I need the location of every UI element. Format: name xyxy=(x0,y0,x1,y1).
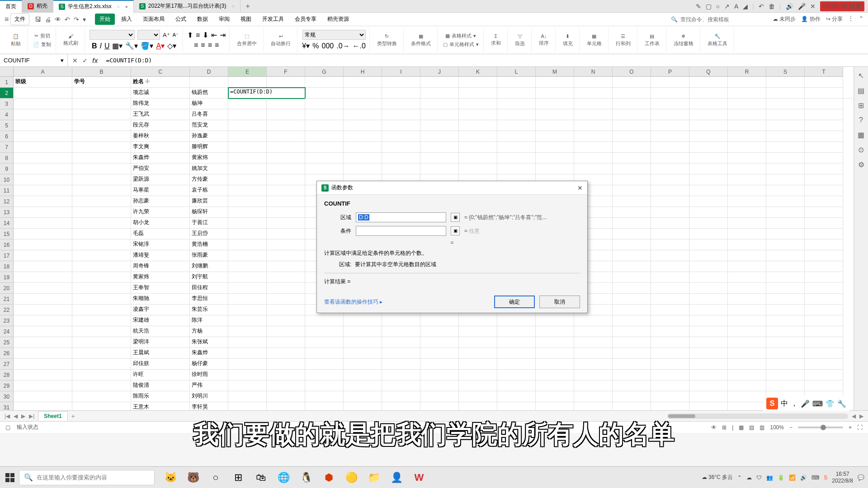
cell[interactable] xyxy=(728,218,766,229)
cell[interactable] xyxy=(497,326,536,337)
rowcol-button[interactable]: ☰行和列 xyxy=(613,33,633,47)
menu-tab-formula[interactable]: 公式 xyxy=(171,14,191,25)
cell[interactable] xyxy=(613,370,651,380)
style-panel-icon[interactable]: ▤ xyxy=(858,86,864,95)
cell[interactable] xyxy=(14,402,72,410)
menu-tab-start[interactable]: 开始 xyxy=(95,14,115,25)
row-header[interactable]: 15 xyxy=(0,229,14,239)
circle-icon[interactable]: ○ xyxy=(716,3,720,10)
param-criteria-picker-icon[interactable]: ▣ xyxy=(451,226,460,235)
cell[interactable] xyxy=(766,131,805,142)
dialog-close-icon[interactable]: ✕ xyxy=(577,184,583,192)
cell[interactable] xyxy=(613,250,651,261)
cell[interactable] xyxy=(766,326,805,337)
cell[interactable] xyxy=(267,272,305,283)
cell[interactable] xyxy=(574,109,613,120)
qat-dropdown-icon[interactable]: ▾ xyxy=(83,16,86,23)
cell[interactable]: 王意木 xyxy=(131,402,190,410)
status-settings-icon[interactable]: ▢ xyxy=(5,424,10,431)
cell[interactable] xyxy=(420,348,459,359)
cell[interactable] xyxy=(72,380,131,391)
cell[interactable] xyxy=(420,337,459,348)
cell[interactable] xyxy=(14,153,72,164)
cell[interactable] xyxy=(651,153,689,164)
cell[interactable] xyxy=(305,326,344,337)
taskbar-explorer-icon[interactable]: 📁 xyxy=(364,468,383,487)
cell[interactable] xyxy=(766,272,805,283)
cell[interactable] xyxy=(728,348,766,359)
cell[interactable] xyxy=(651,348,689,359)
cell[interactable] xyxy=(382,380,420,391)
row-header[interactable]: 23 xyxy=(0,315,14,326)
cell[interactable] xyxy=(574,402,613,410)
cell[interactable] xyxy=(497,77,536,88)
cell[interactable] xyxy=(536,164,574,174)
cell[interactable] xyxy=(267,391,305,402)
cell[interactable] xyxy=(305,88,344,99)
cell[interactable] xyxy=(228,250,267,261)
taskbar-search-input[interactable] xyxy=(37,474,150,481)
row-header[interactable]: 16 xyxy=(0,239,14,250)
row-header[interactable]: 28 xyxy=(0,370,14,380)
taskbar-wps-icon[interactable]: W xyxy=(410,468,429,487)
cell[interactable] xyxy=(72,174,131,185)
clear-format-button[interactable]: ◇▾ xyxy=(167,42,176,50)
align-top-icon[interactable]: ⬆ xyxy=(187,31,193,39)
cell[interactable]: 周奇锋 xyxy=(131,261,190,272)
view-normal-icon[interactable]: ▦ xyxy=(739,424,744,431)
taskbar-search[interactable]: 🔍 xyxy=(19,470,155,485)
zoom-in-icon[interactable]: + xyxy=(849,424,852,431)
cell[interactable]: 杨仔豪 xyxy=(190,359,228,370)
cell[interactable] xyxy=(228,77,267,88)
cell[interactable] xyxy=(14,315,72,326)
cell[interactable] xyxy=(805,370,843,380)
cell[interactable] xyxy=(14,185,72,196)
cell[interactable] xyxy=(14,164,72,174)
cell[interactable] xyxy=(651,239,689,250)
cell[interactable] xyxy=(728,239,766,250)
cell[interactable] xyxy=(344,326,382,337)
cell[interactable] xyxy=(267,174,305,185)
cell[interactable] xyxy=(805,174,843,185)
cell[interactable] xyxy=(497,109,536,120)
cell[interactable]: 孙逸豪 xyxy=(190,131,228,142)
cell[interactable] xyxy=(190,77,228,88)
row-header[interactable]: 13 xyxy=(0,207,14,218)
cell[interactable] xyxy=(459,120,497,131)
cell[interactable] xyxy=(72,326,131,337)
grid-icon[interactable]: ⊞ xyxy=(722,424,726,431)
cell[interactable] xyxy=(14,239,72,250)
cell[interactable]: 杨琛轩 xyxy=(190,207,228,218)
cell[interactable] xyxy=(382,131,420,142)
cell[interactable] xyxy=(459,109,497,120)
cell[interactable] xyxy=(420,370,459,380)
cell[interactable] xyxy=(72,99,131,109)
cell[interactable] xyxy=(651,174,689,185)
cell[interactable] xyxy=(689,326,728,337)
cell[interactable]: 黄家炜 xyxy=(131,272,190,283)
cell[interactable] xyxy=(382,326,420,337)
cell[interactable] xyxy=(728,370,766,380)
cell[interactable] xyxy=(228,153,267,164)
cell[interactable] xyxy=(613,359,651,370)
square-icon[interactable]: ▢ xyxy=(706,3,712,10)
cell[interactable] xyxy=(420,142,459,153)
sync-status[interactable]: ☁ 未同步 xyxy=(773,15,796,23)
cell[interactable] xyxy=(14,207,72,218)
cell[interactable] xyxy=(14,250,72,261)
cell[interactable] xyxy=(613,77,651,88)
cell[interactable] xyxy=(228,315,267,326)
cell[interactable]: 张雨豪 xyxy=(190,250,228,261)
taskbar-qq-icon[interactable]: 🐧 xyxy=(297,468,316,487)
cell[interactable] xyxy=(497,164,536,174)
cell[interactable] xyxy=(689,196,728,207)
cell[interactable] xyxy=(689,391,728,402)
cell[interactable] xyxy=(72,88,131,99)
tray-battery-icon[interactable]: 🔋 xyxy=(778,474,784,481)
cell[interactable] xyxy=(613,88,651,99)
cell[interactable]: 杨坤 xyxy=(190,99,228,109)
cell[interactable] xyxy=(267,229,305,239)
ime-skin-icon[interactable]: 👕 xyxy=(826,399,835,408)
cell[interactable] xyxy=(651,261,689,272)
cell[interactable]: 田佳程 xyxy=(190,283,228,294)
